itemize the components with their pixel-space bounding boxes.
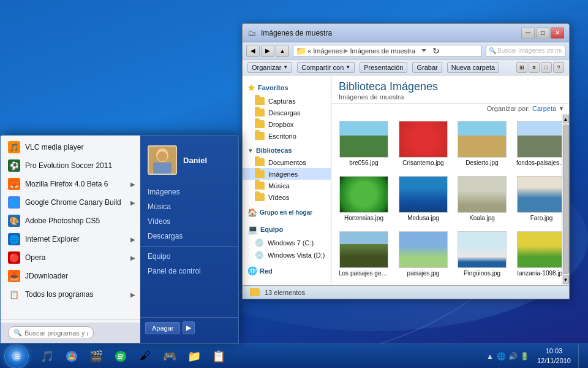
maximize-button[interactable]: □ <box>536 28 549 39</box>
presentation-button[interactable]: Presentación <box>360 62 407 73</box>
all-programs-icon: 📋 <box>8 288 20 301</box>
image-thumb[interactable]: Desierto.jpg <box>455 118 509 169</box>
image-filename: Pingüinos.jpg <box>464 270 500 277</box>
favorites-header[interactable]: ★ Favoritos <box>243 80 331 95</box>
taskbar-item-vlc[interactable]: 🎵 <box>36 346 59 367</box>
scroll-up-button[interactable]: ▲ <box>563 115 569 123</box>
search-bar[interactable]: 🔍 Buscar Imágenes de muestra <box>486 45 565 57</box>
start-item-photoshop[interactable]: 🎨 Adobe Photoshop CS5 <box>1 212 140 230</box>
minimize-button[interactable]: ─ <box>521 28 535 39</box>
start-item-jdownloader[interactable]: 📥 JDownloader <box>1 267 140 285</box>
sidebar-item-documentos[interactable]: Documentos <box>243 156 331 168</box>
right-item-equipo[interactable]: Equipo <box>140 249 238 264</box>
sidebar-item-win7[interactable]: 💿 Windows 7 (C:) <box>243 237 331 249</box>
folder-icon <box>255 132 265 140</box>
image-thumb[interactable]: Los paisajes geomorfologicos_Picture3.jp… <box>336 229 391 279</box>
image-thumb[interactable]: bre056.jpg <box>336 118 391 169</box>
show-desktop-button[interactable] <box>578 345 583 368</box>
back-button[interactable]: ◀ <box>246 45 260 57</box>
right-item-musica[interactable]: Música <box>140 199 238 214</box>
scrollbar-track[interactable]: ▲ ▼ <box>562 113 569 285</box>
image-thumb[interactable]: Medusa.jpg <box>396 174 450 224</box>
view-toggle-button[interactable]: ⊞ <box>516 62 527 73</box>
organize-link[interactable]: Carpeta <box>532 105 556 112</box>
help-button[interactable]: ? <box>553 62 564 73</box>
taskbar-item-explorer-tb[interactable]: 📁 <box>183 346 206 367</box>
tray-network[interactable]: 🌐 <box>497 351 507 361</box>
scroll-thumb[interactable] <box>563 125 569 274</box>
network-header[interactable]: 🌐 Red <box>243 264 331 278</box>
burn-button[interactable]: Grabar <box>412 62 442 73</box>
explorer-window: 🗂 Imágenes de muestra ─ □ ✕ ◀ ▶ ▲ 📁 « Im… <box>242 23 570 299</box>
shutdown-button[interactable]: Apagar <box>145 322 180 334</box>
taskbar-item-chrome[interactable] <box>60 346 83 367</box>
right-item-videos[interactable]: Vídeos <box>140 214 238 229</box>
close-button[interactable]: ✕ <box>551 28 564 39</box>
window-title: Imágenes de muestra <box>258 29 519 37</box>
image-thumb[interactable]: Pingüinos.jpg <box>455 229 509 279</box>
tray-arrow[interactable]: ▲ <box>485 351 495 361</box>
sidebar-item-capturas[interactable]: Capturas <box>243 95 331 107</box>
start-item-vlc[interactable]: 🎵 VLC media player <box>1 138 140 156</box>
organize-button[interactable]: Organizar ▼ <box>247 62 292 73</box>
scroll-down-button[interactable]: ▼ <box>563 275 569 284</box>
sidebar-item-videos[interactable]: Vídeos <box>243 191 331 203</box>
right-item-panel[interactable]: Panel de control <box>140 264 238 278</box>
start-item-ie[interactable]: 🌐 Internet Explorer ▶ <box>1 230 140 248</box>
right-item-descargas[interactable]: Descargas <box>140 229 238 243</box>
new-folder-button[interactable]: Nueva carpeta <box>447 62 500 73</box>
network-section: 🌐 Red <box>243 264 331 278</box>
arrow-icon: ▶ <box>130 255 135 261</box>
start-orb[interactable]: ⊞ <box>4 344 29 369</box>
forward-button[interactable]: ▶ <box>261 45 274 57</box>
status-folder-icon <box>250 288 260 296</box>
start-item-chrome[interactable]: 🌐 Google Chrome Canary Build ▶ <box>1 193 140 212</box>
taskbar-item-paint[interactable]: 🖌 <box>134 346 157 367</box>
clock-time: 10:03 <box>546 347 563 356</box>
image-thumb[interactable]: paisajes.jpg <box>396 229 450 279</box>
sidebar-item-dropbox[interactable]: Dropbox <box>243 118 331 130</box>
preview-button[interactable]: □ <box>541 62 552 73</box>
taskbar-item-spotify[interactable] <box>109 346 132 367</box>
image-grid: bre056.jpg Crisantemo.jpg Desierto.jpg f… <box>331 113 562 285</box>
tray-battery[interactable]: 🔋 <box>520 351 530 361</box>
thumbnail-image <box>517 176 562 213</box>
image-thumb[interactable]: tanzania-1098.jpg <box>514 229 562 279</box>
username: Daniel <box>183 156 207 165</box>
all-programs-item[interactable]: 📋 Todos los programas ▶ <box>1 285 140 304</box>
clock-area[interactable]: 10:03 12/11/2010 <box>532 347 576 366</box>
image-thumb[interactable]: Faro.jpg <box>514 174 562 224</box>
sidebar-item-escritorio[interactable]: Escritorio <box>243 130 331 142</box>
sidebar-item-musica[interactable]: Música <box>243 180 331 191</box>
thumbnail-image <box>458 176 507 213</box>
image-thumb[interactable]: Crisantemo.jpg <box>396 118 450 169</box>
computer-icon: 💻 <box>247 224 258 234</box>
search-input[interactable] <box>24 329 88 337</box>
sidebar-item-vista[interactable]: 💿 Windows Vista (D:) <box>243 249 331 261</box>
sidebar-item-imagenes[interactable]: Imágenes <box>243 168 331 180</box>
shutdown-arrow-button[interactable]: ▶ <box>183 321 195 334</box>
spotify-icon <box>113 349 128 364</box>
tray-volume[interactable]: 🔊 <box>508 351 518 361</box>
libraries-header[interactable]: ▼ Bibliotecas <box>243 144 331 156</box>
start-item-opera[interactable]: 🔴 Opera ▶ <box>1 248 140 267</box>
up-button[interactable]: ▲ <box>276 45 289 57</box>
share-button[interactable]: Compartir con ▼ <box>297 62 355 73</box>
devices-header[interactable]: 💻 Equipo <box>243 222 331 237</box>
address-bar[interactable]: 📁 « Imágenes ▶ Imágenes de muestra ↻ <box>293 45 482 57</box>
view-list-button[interactable]: ≡ <box>529 62 540 73</box>
taskbar-item-transfer[interactable]: 📋 <box>207 346 230 367</box>
thumbnail-image <box>399 231 448 268</box>
right-item-imagenes[interactable]: Imágenes <box>140 185 238 199</box>
search-box[interactable]: 🔍 <box>8 326 94 339</box>
taskbar-item-windows-media[interactable]: 🎬 <box>85 346 108 367</box>
start-item-pes[interactable]: ⚽ Pro Evolution Soccer 2011 <box>1 156 140 175</box>
group-header[interactable]: 🏠 Grupo en el hogar <box>243 205 331 220</box>
sidebar-item-descargas[interactable]: Descargas <box>243 107 331 118</box>
image-thumb[interactable]: fondos-paisajes.jpg <box>514 118 562 169</box>
image-thumb[interactable]: Koala.jpg <box>455 174 509 224</box>
image-thumb[interactable]: Hortensias.jpg <box>336 174 391 224</box>
start-button[interactable]: ⊞ <box>0 344 33 369</box>
taskbar-item-game[interactable]: 🎮 <box>158 346 181 367</box>
start-item-firefox[interactable]: 🦊 Mozilla Firefox 4.0 Beta 6 ▶ <box>1 175 140 193</box>
